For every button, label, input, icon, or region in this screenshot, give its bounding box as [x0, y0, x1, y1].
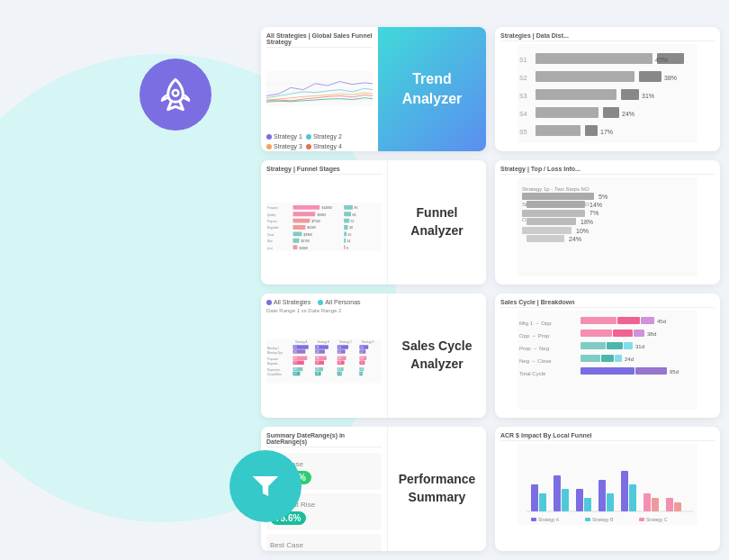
svg-rect-75 [526, 235, 564, 242]
svg-rect-174 [644, 493, 651, 511]
partial-funnel-content: Strategy | Top / Loss Info... Strategy 1… [495, 160, 720, 285]
funnel-right-chart: Strategy 1p - Two Steps NO Strategy 2a -… [500, 177, 715, 276]
svg-text:$2760: $2760 [301, 239, 310, 243]
svg-text:15: 15 [360, 361, 364, 365]
svg-rect-154 [580, 355, 600, 362]
svg-text:28: 28 [294, 367, 298, 371]
svg-rect-54 [344, 225, 347, 230]
svg-text:Represent...: Represent... [267, 368, 282, 372]
svg-text:17%: 17% [600, 129, 613, 135]
svg-rect-46 [293, 245, 298, 249]
svg-rect-162 [518, 444, 698, 525]
partial-funnel-header: Strategy | Top / Loss Info... [500, 166, 715, 175]
svg-text:23: 23 [316, 367, 320, 371]
svg-rect-40 [293, 225, 306, 230]
trend-chart-header: All Strategies | Global Sales Funnel Str… [266, 32, 373, 48]
svg-text:9: 9 [346, 247, 348, 250]
svg-text:$14800: $14800 [322, 206, 333, 210]
waterfall-chart: S1 S2 S3 S4 S5 45% 38% 31% 2 [500, 44, 715, 143]
svg-rect-21 [603, 107, 619, 118]
svg-text:Opp → Prop: Opp → Prop [519, 333, 550, 339]
partial-perf-content: ACR $ Impact By Local Funnel [495, 427, 720, 551]
svg-rect-165 [539, 493, 546, 511]
trend-line-chart [266, 50, 373, 127]
svg-text:Strategy A: Strategy A [538, 517, 560, 522]
partial-card-sales[interactable]: Sales Cycle | Breakdown Mtg 1 → Opp 45d … [495, 294, 720, 418]
svg-text:24%: 24% [622, 111, 634, 117]
svg-rect-58 [344, 239, 346, 243]
svg-rect-70 [522, 210, 585, 217]
svg-rect-23 [536, 125, 580, 136]
svg-text:45d: 45d [657, 319, 666, 324]
svg-text:25: 25 [348, 233, 352, 237]
trend-card-title-area: Trend Analyzer [378, 27, 486, 151]
card-trend-chart-area: All Strategies | Global Sales Funnel Str… [261, 27, 378, 151]
svg-text:12: 12 [338, 372, 342, 375]
svg-text:45%: 45% [655, 57, 668, 63]
svg-text:38: 38 [316, 346, 320, 349]
rocket-icon [158, 77, 194, 113]
filter-icon [248, 469, 283, 503]
svg-rect-15 [639, 71, 662, 82]
svg-rect-156 [615, 355, 622, 362]
svg-rect-170 [598, 480, 606, 511]
svg-rect-140 [617, 317, 640, 324]
svg-rect-71 [526, 218, 576, 225]
svg-rect-18 [621, 89, 639, 100]
svg-rect-52 [344, 219, 349, 223]
svg-text:Mtg 1 → Opp: Mtg 1 → Opp [519, 321, 552, 326]
svg-text:Strategy B: Strategy B [592, 517, 614, 522]
svg-text:18: 18 [338, 367, 342, 371]
svg-text:17: 17 [360, 350, 364, 354]
svg-rect-150 [607, 342, 623, 349]
sales-cycle-chart-area: All Strategies All Personas Date Range 1… [261, 294, 387, 418]
svg-text:Close: Close [267, 233, 274, 237]
svg-rect-151 [624, 342, 633, 349]
card-trend-analyzer[interactable]: All Strategies | Global Sales Funnel Str… [261, 27, 486, 151]
rocket-icon-circle[interactable] [140, 59, 212, 131]
svg-text:Strategy C: Strategy C [339, 340, 353, 344]
partial-trend-content: Strategies | Data Dist... S1 S2 S3 S4 S5… [495, 27, 720, 151]
svg-text:$1980: $1980 [299, 247, 308, 250]
svg-text:S4: S4 [519, 111, 527, 117]
svg-text:28: 28 [316, 350, 320, 354]
filter-icon-circle[interactable] [230, 450, 302, 522]
svg-text:41: 41 [294, 357, 298, 360]
svg-text:36: 36 [294, 350, 298, 354]
svg-text:16: 16 [316, 372, 320, 375]
svg-rect-50 [344, 212, 351, 216]
funnel-chart-area: Strategy | Funnel Stages Prospect Qualif… [261, 160, 387, 285]
card-funnel-analyzer[interactable]: Strategy | Funnel Stages Prospect Qualif… [261, 160, 486, 285]
svg-rect-42 [293, 231, 302, 236]
partial-card-funnel[interactable]: Strategy | Top / Loss Info... Strategy 1… [495, 160, 720, 285]
perf-bar-chart: Strategy A Strategy B Strategy C [500, 444, 715, 525]
svg-text:Strategy A: Strategy A [295, 340, 308, 344]
svg-rect-164 [531, 484, 538, 511]
partial-card-perf[interactable]: ACR $ Impact By Local Funnel [495, 427, 720, 551]
svg-text:14: 14 [347, 239, 351, 243]
svg-rect-34 [293, 205, 320, 210]
svg-text:Qualify: Qualify [267, 213, 276, 217]
svg-text:Meeting 1: Meeting 1 [267, 347, 279, 350]
svg-rect-180 [585, 518, 590, 521]
svg-rect-176 [666, 498, 673, 511]
svg-text:10%: 10% [576, 228, 589, 234]
svg-text:18%: 18% [580, 219, 593, 225]
svg-text:Negotiate: Negotiate [267, 226, 279, 230]
metric-best-case2-label: Best Case [270, 541, 378, 549]
svg-rect-14 [536, 71, 634, 82]
svg-text:Proposal: Proposal [267, 357, 278, 361]
svg-text:S3: S3 [519, 93, 527, 99]
funnel-analyzer-title: Funnel Analyzer [395, 204, 479, 239]
svg-text:Won: Won [267, 239, 273, 243]
card-sales-cycle[interactable]: All Strategies All Personas Date Range 1… [261, 294, 486, 418]
cards-grid: All Strategies | Global Sales Funnel Str… [256, 18, 729, 560]
partial-card-trend[interactable]: Strategies | Data Dist... S1 S2 S3 S4 S5… [495, 27, 720, 151]
svg-rect-11 [536, 53, 652, 64]
svg-text:$3960: $3960 [303, 233, 312, 237]
svg-rect-74 [522, 227, 572, 234]
svg-rect-149 [580, 342, 606, 349]
svg-text:Total Cycle: Total Cycle [519, 371, 546, 376]
svg-text:Lost: Lost [267, 247, 273, 250]
trend-analyzer-title: Trend Analyzer [385, 69, 479, 110]
